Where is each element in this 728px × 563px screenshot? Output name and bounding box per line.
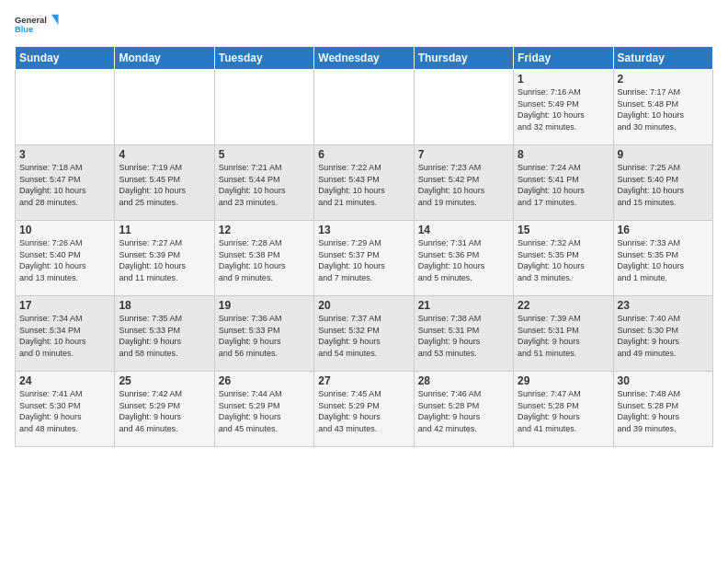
calendar-cell: 29Sunrise: 7:47 AM Sunset: 5:28 PM Dayli… bbox=[514, 372, 613, 447]
day-info: Sunrise: 7:46 AM Sunset: 5:28 PM Dayligh… bbox=[418, 388, 509, 434]
day-number: 6 bbox=[318, 148, 409, 161]
day-info: Sunrise: 7:25 AM Sunset: 5:40 PM Dayligh… bbox=[618, 162, 709, 208]
calendar-cell: 11Sunrise: 7:27 AM Sunset: 5:39 PM Dayli… bbox=[115, 221, 214, 296]
day-info: Sunrise: 7:42 AM Sunset: 5:29 PM Dayligh… bbox=[119, 388, 210, 434]
calendar-cell: 18Sunrise: 7:35 AM Sunset: 5:33 PM Dayli… bbox=[115, 296, 214, 372]
day-info: Sunrise: 7:17 AM Sunset: 5:48 PM Dayligh… bbox=[618, 86, 709, 132]
calendar-cell: 7Sunrise: 7:23 AM Sunset: 5:42 PM Daylig… bbox=[414, 145, 513, 221]
calendar-cell: 4Sunrise: 7:19 AM Sunset: 5:45 PM Daylig… bbox=[115, 145, 214, 221]
calendar-cell bbox=[414, 70, 513, 145]
week-row-4: 17Sunrise: 7:34 AM Sunset: 5:34 PM Dayli… bbox=[16, 296, 713, 372]
calendar-header-row: SundayMondayTuesdayWednesdayThursdayFrid… bbox=[16, 47, 713, 70]
day-info: Sunrise: 7:19 AM Sunset: 5:45 PM Dayligh… bbox=[119, 162, 210, 208]
calendar-cell bbox=[16, 70, 115, 145]
day-number: 20 bbox=[318, 299, 409, 312]
calendar-cell: 12Sunrise: 7:28 AM Sunset: 5:38 PM Dayli… bbox=[214, 221, 313, 296]
calendar-cell: 15Sunrise: 7:32 AM Sunset: 5:35 PM Dayli… bbox=[514, 221, 613, 296]
calendar-cell bbox=[115, 70, 214, 145]
day-header-saturday: Saturday bbox=[613, 47, 712, 70]
day-number: 26 bbox=[219, 374, 310, 387]
week-row-1: 1Sunrise: 7:16 AM Sunset: 5:49 PM Daylig… bbox=[16, 70, 713, 145]
day-number: 25 bbox=[119, 374, 210, 387]
svg-marker-2 bbox=[51, 15, 59, 25]
day-number: 13 bbox=[318, 224, 409, 236]
calendar-cell: 16Sunrise: 7:33 AM Sunset: 5:35 PM Dayli… bbox=[613, 221, 712, 296]
day-header-friday: Friday bbox=[514, 47, 613, 70]
day-number: 23 bbox=[618, 299, 709, 312]
day-info: Sunrise: 7:45 AM Sunset: 5:29 PM Dayligh… bbox=[318, 388, 409, 434]
day-number: 5 bbox=[219, 148, 310, 161]
day-number: 4 bbox=[119, 148, 210, 161]
calendar-cell bbox=[214, 70, 313, 145]
day-info: Sunrise: 7:32 AM Sunset: 5:35 PM Dayligh… bbox=[518, 237, 609, 283]
calendar-table: SundayMondayTuesdayWednesdayThursdayFrid… bbox=[15, 46, 713, 447]
day-number: 17 bbox=[19, 299, 110, 312]
svg-text:General: General bbox=[15, 16, 47, 25]
day-number: 21 bbox=[418, 299, 509, 312]
day-number: 22 bbox=[518, 299, 609, 312]
calendar-cell: 21Sunrise: 7:38 AM Sunset: 5:31 PM Dayli… bbox=[414, 296, 513, 372]
day-info: Sunrise: 7:24 AM Sunset: 5:41 PM Dayligh… bbox=[518, 162, 609, 208]
page: GeneralBlue SundayMondayTuesdayWednesday… bbox=[0, 0, 728, 563]
day-info: Sunrise: 7:23 AM Sunset: 5:42 PM Dayligh… bbox=[418, 162, 509, 208]
day-number: 27 bbox=[318, 374, 409, 387]
day-header-sunday: Sunday bbox=[16, 47, 115, 70]
calendar-cell: 3Sunrise: 7:18 AM Sunset: 5:47 PM Daylig… bbox=[16, 145, 115, 221]
day-info: Sunrise: 7:18 AM Sunset: 5:47 PM Dayligh… bbox=[19, 162, 110, 208]
calendar-cell: 9Sunrise: 7:25 AM Sunset: 5:40 PM Daylig… bbox=[613, 145, 712, 221]
day-number: 16 bbox=[618, 224, 709, 236]
calendar-cell: 27Sunrise: 7:45 AM Sunset: 5:29 PM Dayli… bbox=[314, 372, 414, 447]
day-number: 10 bbox=[19, 224, 110, 236]
week-row-3: 10Sunrise: 7:26 AM Sunset: 5:40 PM Dayli… bbox=[16, 221, 713, 296]
calendar-cell: 24Sunrise: 7:41 AM Sunset: 5:30 PM Dayli… bbox=[16, 372, 115, 447]
svg-text:Blue: Blue bbox=[15, 25, 33, 34]
day-info: Sunrise: 7:47 AM Sunset: 5:28 PM Dayligh… bbox=[518, 388, 609, 434]
day-info: Sunrise: 7:40 AM Sunset: 5:30 PM Dayligh… bbox=[618, 313, 709, 359]
calendar-cell: 20Sunrise: 7:37 AM Sunset: 5:32 PM Dayli… bbox=[314, 296, 414, 372]
week-row-5: 24Sunrise: 7:41 AM Sunset: 5:30 PM Dayli… bbox=[16, 372, 713, 447]
calendar-cell: 26Sunrise: 7:44 AM Sunset: 5:29 PM Dayli… bbox=[214, 372, 313, 447]
day-number: 18 bbox=[119, 299, 210, 312]
day-info: Sunrise: 7:28 AM Sunset: 5:38 PM Dayligh… bbox=[219, 237, 310, 283]
day-header-wednesday: Wednesday bbox=[314, 47, 414, 70]
day-info: Sunrise: 7:37 AM Sunset: 5:32 PM Dayligh… bbox=[318, 313, 409, 359]
calendar-cell: 6Sunrise: 7:22 AM Sunset: 5:43 PM Daylig… bbox=[314, 145, 414, 221]
calendar-cell: 10Sunrise: 7:26 AM Sunset: 5:40 PM Dayli… bbox=[16, 221, 115, 296]
day-info: Sunrise: 7:31 AM Sunset: 5:36 PM Dayligh… bbox=[418, 237, 509, 283]
day-number: 3 bbox=[19, 148, 110, 161]
day-number: 14 bbox=[418, 224, 509, 236]
day-number: 29 bbox=[518, 374, 609, 387]
day-header-thursday: Thursday bbox=[414, 47, 513, 70]
day-info: Sunrise: 7:26 AM Sunset: 5:40 PM Dayligh… bbox=[19, 237, 110, 283]
day-info: Sunrise: 7:21 AM Sunset: 5:44 PM Dayligh… bbox=[219, 162, 310, 208]
day-header-tuesday: Tuesday bbox=[214, 47, 313, 70]
day-info: Sunrise: 7:36 AM Sunset: 5:33 PM Dayligh… bbox=[219, 313, 310, 359]
day-info: Sunrise: 7:48 AM Sunset: 5:28 PM Dayligh… bbox=[618, 388, 709, 434]
day-info: Sunrise: 7:27 AM Sunset: 5:39 PM Dayligh… bbox=[119, 237, 210, 283]
day-number: 19 bbox=[219, 299, 310, 312]
day-number: 30 bbox=[618, 374, 709, 387]
logo: GeneralBlue bbox=[15, 11, 61, 39]
day-number: 7 bbox=[418, 148, 509, 161]
calendar-cell: 19Sunrise: 7:36 AM Sunset: 5:33 PM Dayli… bbox=[214, 296, 313, 372]
day-info: Sunrise: 7:34 AM Sunset: 5:34 PM Dayligh… bbox=[19, 313, 110, 359]
day-number: 28 bbox=[418, 374, 509, 387]
calendar-cell: 17Sunrise: 7:34 AM Sunset: 5:34 PM Dayli… bbox=[16, 296, 115, 372]
day-number: 11 bbox=[119, 224, 210, 236]
calendar-cell: 1Sunrise: 7:16 AM Sunset: 5:49 PM Daylig… bbox=[514, 70, 613, 145]
header: GeneralBlue bbox=[15, 11, 713, 39]
logo-icon: GeneralBlue bbox=[15, 11, 61, 39]
calendar-cell: 30Sunrise: 7:48 AM Sunset: 5:28 PM Dayli… bbox=[613, 372, 712, 447]
calendar-cell: 14Sunrise: 7:31 AM Sunset: 5:36 PM Dayli… bbox=[414, 221, 513, 296]
day-number: 2 bbox=[618, 73, 709, 86]
day-info: Sunrise: 7:22 AM Sunset: 5:43 PM Dayligh… bbox=[318, 162, 409, 208]
day-number: 15 bbox=[518, 224, 609, 236]
day-number: 24 bbox=[19, 374, 110, 387]
day-info: Sunrise: 7:39 AM Sunset: 5:31 PM Dayligh… bbox=[518, 313, 609, 359]
day-number: 12 bbox=[219, 224, 310, 236]
day-number: 1 bbox=[518, 73, 609, 86]
calendar-cell: 22Sunrise: 7:39 AM Sunset: 5:31 PM Dayli… bbox=[514, 296, 613, 372]
calendar-cell: 2Sunrise: 7:17 AM Sunset: 5:48 PM Daylig… bbox=[613, 70, 712, 145]
calendar-cell: 28Sunrise: 7:46 AM Sunset: 5:28 PM Dayli… bbox=[414, 372, 513, 447]
day-number: 9 bbox=[618, 148, 709, 161]
